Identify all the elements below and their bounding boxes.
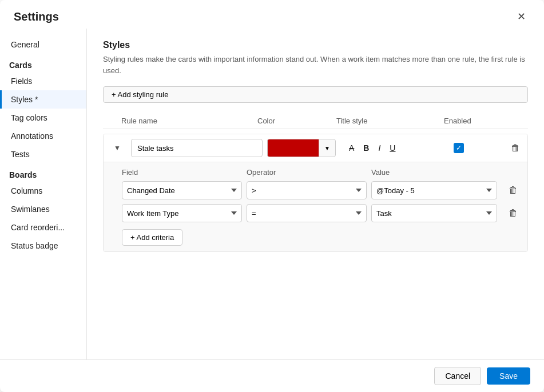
delete-criteria-1-button[interactable]: 🗑 [502, 183, 525, 198]
field-select-wrapper: Changed Date Work Item Type State Assign… [122, 181, 242, 199]
rule-main-row: ▼ ▼ A B I U [104, 134, 527, 162]
enabled-checkbox[interactable]: ✓ [454, 143, 464, 153]
sidebar-section-cards: Cards [0, 54, 86, 72]
cancel-button[interactable]: Cancel [434, 367, 481, 385]
bold-button[interactable]: B [360, 142, 372, 154]
sidebar-item-tag-colors[interactable]: Tag colors [0, 109, 86, 127]
underline-button[interactable]: U [387, 142, 398, 154]
color-swatch[interactable] [267, 139, 319, 157]
sidebar-item-styles[interactable]: Styles * [0, 90, 86, 109]
criteria-col-value: Value [371, 168, 497, 177]
sidebar-item-annotations[interactable]: Annotations [0, 127, 86, 145]
title-style-group: A B I U [346, 142, 449, 154]
save-button[interactable]: Save [487, 367, 530, 385]
color-dropdown-button[interactable]: ▼ [319, 139, 336, 157]
field-select-2[interactable]: Changed Date Work Item Type State Assign… [122, 204, 242, 222]
italic-button[interactable]: I [375, 142, 383, 154]
rule-row: ▼ ▼ A B I U [103, 134, 528, 252]
settings-dialog: Settings ✕ General Cards Fields Styles *… [0, 0, 544, 392]
rule-name-input[interactable] [131, 139, 263, 157]
operator-select-wrapper: > < = >= <= <> [247, 181, 367, 199]
operator-select-1[interactable]: > < = >= <= <> [247, 181, 367, 199]
main-content: Styles Styling rules make the cards with… [87, 29, 544, 359]
col-rule-name: Rule name [121, 117, 253, 125]
strikethrough-button[interactable]: A [346, 142, 357, 154]
expand-rule-button[interactable]: ▼ [108, 143, 126, 153]
sidebar-item-fields[interactable]: Fields [0, 72, 86, 90]
operator-select-wrapper-2: > < = >= <= <> [247, 204, 367, 222]
criteria-col-field: Field [122, 168, 242, 177]
sidebar-section-boards: Boards [0, 163, 86, 182]
add-styling-rule-button[interactable]: + Add styling rule [103, 86, 528, 103]
section-desc: Styling rules make the cards with import… [103, 54, 528, 76]
sidebar-item-card-reordering[interactable]: Card reorderi... [0, 218, 86, 237]
dialog-header: Settings ✕ [0, 0, 544, 29]
col-title-style: Title style [336, 117, 439, 125]
dialog-footer: Cancel Save [0, 359, 544, 392]
color-selector: ▼ [267, 139, 342, 157]
col-enabled: Enabled [444, 117, 490, 125]
sidebar: General Cards Fields Styles * Tag colors… [0, 29, 87, 359]
col-color: Color [257, 117, 332, 125]
sidebar-item-general[interactable]: General [0, 35, 86, 54]
operator-select-2[interactable]: > < = >= <= <> [247, 204, 367, 222]
section-title: Styles [103, 40, 528, 50]
criteria-row: Changed Date Work Item Type State Assign… [122, 204, 518, 222]
add-criteria-button[interactable]: + Add criteria [122, 229, 182, 246]
value-select-wrapper-2: Task Bug User Story Feature Epic [371, 204, 497, 222]
field-select-1[interactable]: Changed Date Work Item Type State Assign… [122, 181, 242, 199]
criteria-section: Field Operator Value Changed Date Work I… [104, 162, 527, 251]
table-header: Rule name Color Title style Enabled [103, 114, 528, 129]
sidebar-item-swimlanes[interactable]: Swimlanes [0, 200, 86, 218]
field-select-wrapper-2: Changed Date Work Item Type State Assign… [122, 204, 242, 222]
criteria-col-operator: Operator [247, 168, 367, 177]
sidebar-item-tests[interactable]: Tests [0, 145, 86, 163]
delete-criteria-2-button[interactable]: 🗑 [502, 206, 525, 221]
value-select-2[interactable]: Task Bug User Story Feature Epic [371, 204, 497, 222]
dialog-title: Settings [14, 10, 59, 23]
dialog-body: General Cards Fields Styles * Tag colors… [0, 29, 544, 359]
delete-rule-button[interactable]: 🗑 [504, 141, 527, 155]
criteria-row: Changed Date Work Item Type State Assign… [122, 181, 518, 199]
criteria-header: Field Operator Value [122, 168, 518, 177]
checkmark-icon: ✓ [456, 144, 462, 152]
value-select-1[interactable]: @Today - 5 @Today @Today - 1 @Today - 7 [371, 181, 497, 199]
close-button[interactable]: ✕ [513, 9, 530, 24]
sidebar-item-columns[interactable]: Columns [0, 182, 86, 200]
sidebar-item-status-badge[interactable]: Status badge [0, 237, 86, 255]
value-select-wrapper: @Today - 5 @Today @Today - 1 @Today - 7 [371, 181, 497, 199]
